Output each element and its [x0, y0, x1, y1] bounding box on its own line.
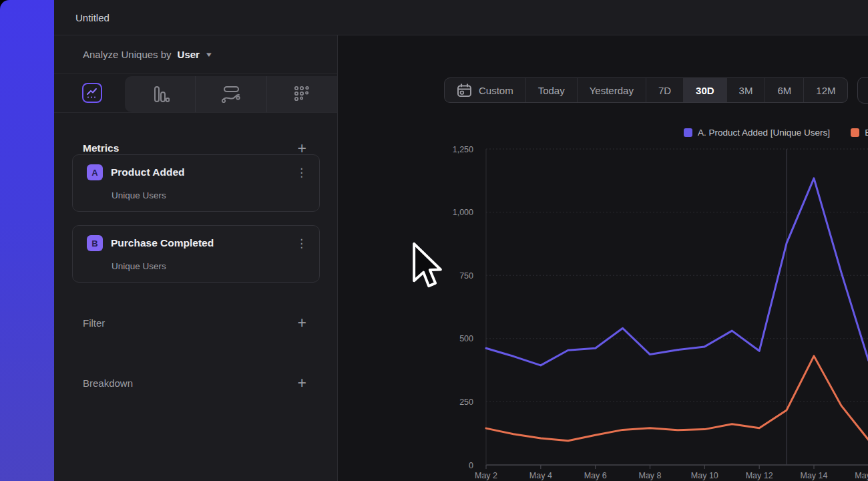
- retention-grid-icon: [293, 86, 310, 103]
- breakdown-title: Breakdown: [83, 377, 133, 389]
- add-filter-button[interactable]: +: [298, 317, 306, 329]
- y-tick-label: 500: [459, 334, 473, 343]
- filter-section: Filter +: [54, 316, 337, 329]
- metric-card-a[interactable]: A Product Added Unique Users ⋮: [72, 154, 320, 212]
- y-tick-label: 750: [459, 271, 473, 281]
- flow-icon: [221, 86, 241, 103]
- x-tick-label: May 12: [746, 471, 773, 480]
- analyze-by-row: Analyze Uniques by User ▾: [54, 35, 337, 73]
- bar-chart-icon: [151, 86, 170, 103]
- chart-type-tab-group: [125, 76, 337, 112]
- x-tick-label: May 14: [801, 471, 828, 480]
- filter-title: Filter: [83, 317, 105, 329]
- line-chart-svg: 02505007501,0001,250May 2May 4May 6May 8…: [392, 35, 868, 481]
- metric-badge-a: A: [87, 164, 103, 180]
- breakdown-section: Breakdown +: [54, 376, 337, 389]
- add-metric-button[interactable]: +: [298, 142, 306, 154]
- x-tick-label: May 16: [855, 471, 868, 480]
- x-tick-label: May 6: [584, 471, 607, 480]
- add-breakdown-button[interactable]: +: [298, 377, 306, 389]
- series-line-a: [486, 178, 868, 365]
- analyze-by-value[interactable]: User: [178, 49, 200, 60]
- metric-measure[interactable]: Unique Users: [112, 190, 166, 200]
- x-tick-label: May 4: [529, 471, 552, 480]
- analyze-by-label: Analyze Uniques by: [83, 49, 172, 60]
- metric-name: Purchase Completed: [111, 237, 214, 249]
- x-tick-label: May 2: [475, 471, 497, 480]
- tab-flow[interactable]: [195, 76, 266, 112]
- y-tick-label: 0: [469, 461, 473, 470]
- chart-panel: CustomTodayYesterday7D30D3M6M12M Compare…: [392, 35, 868, 481]
- mouse-cursor: [411, 241, 443, 291]
- metrics-title: Metrics: [83, 142, 119, 154]
- workspace-accent-strip: [0, 0, 54, 481]
- metrics-header: Metrics +: [54, 142, 337, 154]
- chart-type-tabs: [54, 73, 337, 113]
- y-tick-label: 1,000: [453, 208, 473, 217]
- line-chart[interactable]: 02505007501,0001,250May 2May 4May 6May 8…: [392, 35, 868, 481]
- tab-line-chart[interactable]: [82, 83, 102, 103]
- query-sidebar: Analyze Uniques by User ▾: [54, 35, 338, 481]
- metric-badge-b: B: [87, 235, 103, 251]
- top-bar: Untitled: [54, 0, 868, 35]
- report-title[interactable]: Untitled: [75, 12, 110, 23]
- kebab-menu-icon[interactable]: ⋮: [296, 167, 307, 178]
- y-tick-label: 1,250: [453, 145, 473, 154]
- metric-name: Product Added: [111, 166, 185, 178]
- kebab-menu-icon[interactable]: ⋮: [296, 238, 307, 249]
- line-chart-icon: [85, 86, 99, 100]
- x-tick-label: May 10: [691, 471, 718, 480]
- metric-card-b[interactable]: B Purchase Completed Unique Users ⋮: [72, 225, 320, 283]
- x-tick-label: May 8: [638, 471, 661, 480]
- metric-measure[interactable]: Unique Users: [112, 261, 166, 271]
- chevron-down-icon[interactable]: ▾: [206, 50, 212, 59]
- app-window: Untitled Analyze Uniques by User ▾: [54, 0, 868, 481]
- series-line-b: [486, 356, 868, 441]
- y-tick-label: 250: [459, 397, 473, 407]
- tab-bar-chart[interactable]: [125, 76, 195, 112]
- tab-retention-grid[interactable]: [266, 76, 337, 112]
